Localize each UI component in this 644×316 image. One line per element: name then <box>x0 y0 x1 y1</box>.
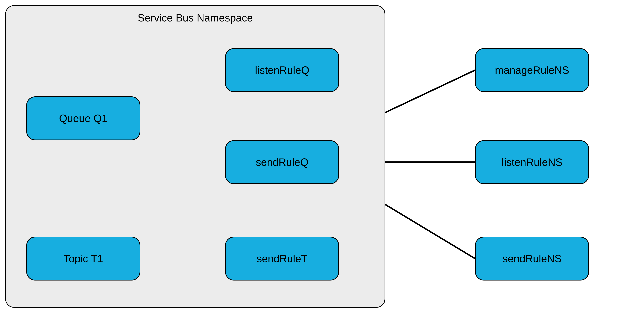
node-label: Topic T1 <box>64 253 103 265</box>
connector-line <box>385 205 475 259</box>
topic-t1-node: Topic T1 <box>26 237 140 281</box>
node-label: sendRuleNS <box>502 253 562 265</box>
node-label: manageRuleNS <box>495 64 569 76</box>
node-label: Queue Q1 <box>59 112 108 124</box>
listen-rule-q-node: listenRuleQ <box>225 48 339 92</box>
node-label: listenRuleNS <box>502 156 562 168</box>
send-rule-ns-node: sendRuleNS <box>475 237 589 281</box>
namespace-title: Service Bus Namespace <box>6 12 384 24</box>
manage-rule-ns-node: manageRuleNS <box>475 48 589 92</box>
node-label: sendRuleQ <box>256 156 308 168</box>
send-rule-q-node: sendRuleQ <box>225 140 339 184</box>
node-label: sendRuleT <box>257 253 308 265</box>
listen-rule-ns-node: listenRuleNS <box>475 140 589 184</box>
connector-line <box>385 70 475 112</box>
send-rule-t-node: sendRuleT <box>225 237 339 281</box>
node-label: listenRuleQ <box>255 64 309 76</box>
queue-q1-node: Queue Q1 <box>26 96 140 140</box>
diagram-canvas: Service Bus Namespace Queue Q1 Topic T1 … <box>0 0 644 316</box>
